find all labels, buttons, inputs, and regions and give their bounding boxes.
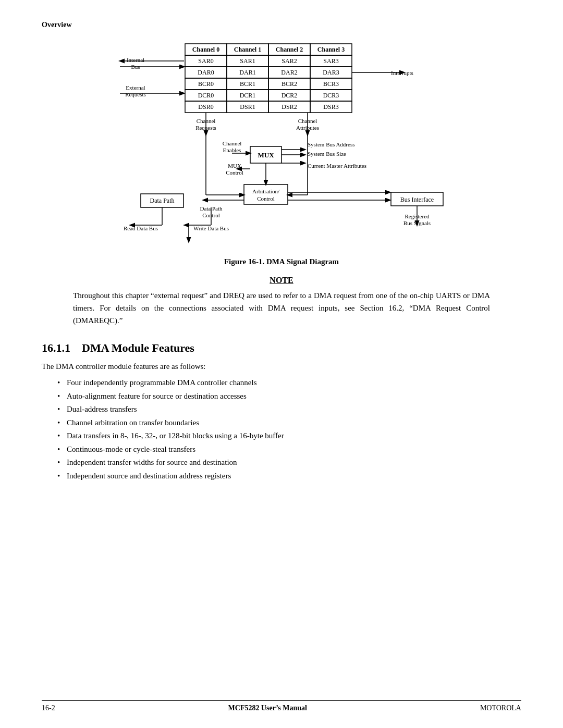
svg-text:DAR3: DAR3 xyxy=(323,69,339,76)
svg-text:BCR0: BCR0 xyxy=(198,80,214,88)
svg-text:SAR1: SAR1 xyxy=(240,57,255,65)
list-item: Independent source and destination addre… xyxy=(57,470,521,483)
svg-text:Current Master Attributes: Current Master Attributes xyxy=(308,163,366,169)
svg-text:Write Data Bus: Write Data Bus xyxy=(193,225,229,231)
svg-text:DSR3: DSR3 xyxy=(323,103,338,110)
svg-text:Channel 3: Channel 3 xyxy=(317,46,345,53)
svg-text:DSR2: DSR2 xyxy=(282,103,297,110)
list-item: Independent transfer widths for source a… xyxy=(57,456,521,470)
svg-text:DAR1: DAR1 xyxy=(239,69,255,76)
section-intro: The DMA controller module features are a… xyxy=(42,362,521,371)
svg-text:Control: Control xyxy=(226,169,243,176)
svg-text:Data Path: Data Path xyxy=(150,197,175,204)
footer-left: 16-2 xyxy=(42,704,55,712)
note-text: Throughout this chapter “external reques… xyxy=(73,289,490,327)
svg-text:Channel 0: Channel 0 xyxy=(192,46,219,53)
svg-text:Channel 2: Channel 2 xyxy=(276,46,303,53)
section-number: 16.1.1 xyxy=(42,341,70,354)
page-header: Overview xyxy=(42,21,521,29)
svg-text:DCR2: DCR2 xyxy=(282,92,298,99)
svg-text:Control: Control xyxy=(257,195,275,202)
svg-text:Bus Interface: Bus Interface xyxy=(400,196,434,203)
section-heading: 16.1.1 DMA Module Features xyxy=(42,341,521,355)
svg-text:SAR3: SAR3 xyxy=(323,57,338,65)
svg-text:DAR2: DAR2 xyxy=(281,69,297,76)
features-list: Four independently programmable DMA cont… xyxy=(57,376,521,483)
diagram-container: Channel 0 Channel 1 Channel 2 Channel 3 … xyxy=(42,39,521,252)
svg-text:MUX: MUX xyxy=(228,163,241,169)
svg-text:External: External xyxy=(126,84,145,91)
svg-text:SAR0: SAR0 xyxy=(198,57,213,65)
svg-text:System Bus Size: System Bus Size xyxy=(308,151,346,157)
svg-text:Internal: Internal xyxy=(127,57,144,63)
list-item: Four independently programmable DMA cont… xyxy=(57,376,521,390)
figure-caption: Figure 16-1. DMA Signal Diagram xyxy=(42,257,521,266)
page-footer: 16-2 MCF5282 User’s Manual MOTOROLA xyxy=(42,700,521,712)
svg-text:BCR3: BCR3 xyxy=(323,80,339,88)
svg-text:DSR1: DSR1 xyxy=(240,103,255,110)
svg-text:Requests: Requests xyxy=(125,91,146,97)
list-item: Continuous-mode or cycle-steal transfers xyxy=(57,443,521,456)
svg-text:MUX: MUX xyxy=(258,151,274,159)
list-item: Data transfers in 8-, 16-, 32-, or 128-b… xyxy=(57,429,521,443)
svg-text:SAR2: SAR2 xyxy=(282,57,297,65)
svg-text:DCR0: DCR0 xyxy=(198,92,214,99)
svg-text:DCR3: DCR3 xyxy=(323,92,339,99)
section-title: DMA Module Features xyxy=(82,341,194,354)
svg-text:Interrupts: Interrupts xyxy=(391,70,413,76)
svg-text:BCR1: BCR1 xyxy=(240,80,255,88)
svg-text:Read Data Bus: Read Data Bus xyxy=(124,225,158,231)
footer-center: MCF5282 User’s Manual xyxy=(228,704,307,712)
dma-signal-diagram: Channel 0 Channel 1 Channel 2 Channel 3 … xyxy=(83,39,480,252)
list-item: Dual-address transfers xyxy=(57,403,521,416)
svg-text:Channel 1: Channel 1 xyxy=(234,46,261,53)
svg-text:System Bus Address: System Bus Address xyxy=(308,141,354,147)
svg-text:Enables: Enables xyxy=(223,147,241,153)
list-item: Auto-alignment feature for source or des… xyxy=(57,390,521,403)
list-item: Channel arbitration on transfer boundari… xyxy=(57,416,521,430)
svg-text:Channel: Channel xyxy=(223,140,242,146)
footer-right: MOTOROLA xyxy=(480,704,521,712)
svg-text:DAR0: DAR0 xyxy=(198,69,214,76)
note-section: NOTE Throughout this chapter “external r… xyxy=(42,276,521,327)
svg-text:DSR0: DSR0 xyxy=(198,103,213,110)
svg-text:DCR1: DCR1 xyxy=(240,92,256,99)
svg-text:Arbitration/: Arbitration/ xyxy=(252,188,280,194)
svg-text:BCR2: BCR2 xyxy=(282,80,297,88)
note-title: NOTE xyxy=(73,276,490,285)
